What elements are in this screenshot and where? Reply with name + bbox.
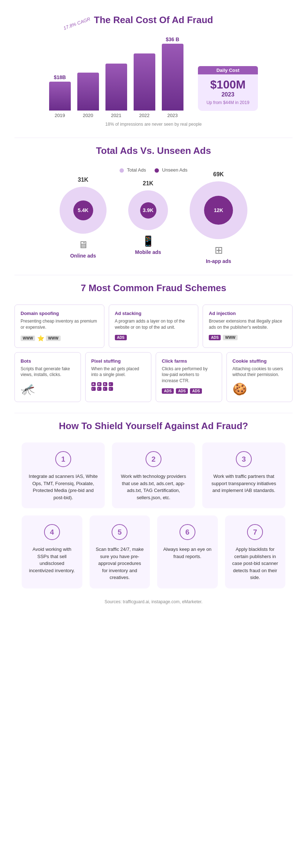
section-shield: How To Shield Yourself Against Ad Fraud?… (0, 413, 307, 626)
daily-cost-header: Daily Cost (198, 66, 258, 74)
inapp-unseen-label: 12K (214, 207, 223, 213)
fraud-grid-top: Domain spoofing Presenting cheap invento… (14, 305, 293, 348)
ads-item-mobile: 21K 3.9K 📱 Mobile ads (128, 190, 168, 255)
ad-injection-icon: ADS WWW (209, 335, 286, 340)
pixel-icon: A D S ▪ ▪ ▪ ▪ ▪ (91, 382, 146, 391)
pixel-stuffing-title: Pixel stuffing (91, 358, 146, 364)
legend-label-total: Total Ads (127, 167, 146, 173)
chart-footer: 18% of impressions are never seen by rea… (22, 122, 285, 127)
online-circle-outer: 5.4K (60, 187, 107, 234)
ad-injection-desc: Browser extensions that illegally place … (209, 318, 286, 331)
bar-2022 (134, 53, 155, 111)
cookie-icon: 🍪 (233, 382, 287, 396)
bar-year-2020: 2020 (83, 113, 93, 118)
bot-icon: 🦟 (21, 382, 75, 396)
fraud-card-ad-stacking: Ad stacking A program adds a layer on to… (109, 305, 199, 348)
bar-year-2023: 2023 (167, 113, 178, 118)
bar-2021 (105, 64, 127, 111)
star-icon: ⭐ (37, 335, 44, 342)
ad-stacking-desc: A program adds a layer on top of the web… (115, 318, 193, 331)
shield-step-2: 2 Work with technology providers that us… (112, 442, 195, 508)
shield-num-6: 6 (180, 524, 195, 540)
ads-item-online: 31K 5.4K 🖥 Online ads (60, 187, 107, 259)
ad-injection-title: Ad injection (209, 311, 286, 316)
bar-year-2019: 2019 (55, 113, 65, 118)
shield-num-2: 2 (146, 451, 161, 467)
domain-spoofing-desc: Presenting cheap inventory as premium or… (21, 318, 98, 331)
ads-badge-farm1: ADS (162, 388, 174, 394)
shield-num-3: 3 (236, 451, 252, 467)
online-icon: 🖥 (78, 239, 88, 251)
ads-badge-farm3: ADS (190, 388, 202, 394)
shield-grid-bottom: 4 Avoid working with SSPs that sell undi… (22, 515, 285, 588)
mobile-unseen-label: 3.9K (143, 207, 154, 213)
legend-unseen-ads: Unseen Ads (155, 167, 187, 173)
bar-2020 (77, 73, 99, 111)
bar-group-2021: 2021 (105, 62, 127, 118)
bar-group-2023: $36 B 2023 (162, 36, 183, 118)
www-badge-2: WWW (46, 336, 60, 341)
fraud-card-domain-spoofing: Domain spoofing Presenting cheap invento… (14, 305, 104, 348)
section2-title: Total Ads Vs. Unseen Ads (22, 145, 285, 156)
shield-step-5: 5 Scan traffic 24/7, make sure you have … (90, 515, 150, 588)
bar-group-2022: 2022 (134, 52, 155, 118)
cookie-stuffing-title: Cookie stuffing (233, 358, 287, 364)
cookie-stuffing-desc: Attaching cookies to users without their… (233, 366, 287, 378)
www-badge-1: WWW (21, 336, 35, 341)
bots-desc: Scripts that generate fake views, instal… (21, 366, 75, 378)
mobile-total-label: 21K (143, 180, 153, 187)
bar-2019 (49, 82, 71, 111)
shield-text-4: Avoid working with SSPs that sell undisc… (27, 546, 77, 574)
www-badge-inject: WWW (223, 335, 237, 340)
fraud-grid-bottom: Bots Scripts that generate fake views, i… (14, 352, 293, 402)
shield-num-7: 7 (247, 524, 263, 540)
shield-text-3: Work with traffic partners that support … (208, 473, 280, 494)
ads-legend: Total Ads Unseen Ads (22, 167, 285, 173)
bar-chart-container: 17.8% CAGR $18B 2019 2020 2021 (22, 36, 285, 118)
online-total-label: 31K (78, 177, 88, 183)
shield-num-5: 5 (112, 524, 127, 540)
shield-step-6: 6 Always keep an eye on fraud reports. (157, 515, 218, 588)
online-circle-container: 31K 5.4K (60, 187, 107, 234)
section-ad-fraud-cost: The Real Cost Of Ad Fraud 17.8% CAGR $18… (0, 0, 307, 138)
bar-group-2020: 2020 (77, 71, 99, 118)
daily-cost-year: 2023 (207, 91, 250, 98)
shield-num-1: 1 (55, 451, 71, 467)
inapp-icon: ⊞ (215, 244, 223, 256)
ad-stacking-icon: ADS (115, 335, 193, 340)
online-unseen-label: 5.4K (78, 207, 88, 213)
bar-year-2022: 2022 (139, 113, 150, 118)
inapp-ads-name: In-app ads (206, 258, 231, 264)
section3-title: 7 Most Common Fraud Schemes (14, 282, 293, 294)
fraud-card-pixel-stuffing: Pixel stuffing When the ad gets placed i… (85, 352, 152, 402)
ads-badge-stack: ADS (115, 335, 127, 340)
shield-text-1: Integrate ad scanners IAS, White Ops, TM… (27, 473, 99, 501)
daily-cost-note: Up from $44M in 2019 (207, 100, 250, 105)
bots-title: Bots (21, 358, 75, 364)
bar-label-2023: $36 B (166, 36, 179, 42)
shield-text-5: Scan traffic 24/7, make sure you have pr… (95, 546, 144, 581)
section-total-ads: Total Ads Vs. Unseen Ads Total Ads Unsee… (0, 138, 307, 275)
section4-title: How To Shield Yourself Against Ad Fraud? (22, 420, 285, 432)
shield-step-7: 7 Apply blacklists for certain publisher… (225, 515, 286, 588)
shield-num-4: 4 (44, 524, 60, 540)
legend-label-unseen: Unseen Ads (162, 167, 187, 173)
section-fraud-schemes: 7 Most Common Fraud Schemes Domain spoof… (0, 275, 307, 413)
inapp-circle-outer: 12K (190, 181, 247, 239)
bar-group-2019: $18B 2019 (49, 74, 71, 118)
ads-item-inapp: 69K 12K ⊞ In-app ads (190, 181, 247, 264)
mobile-circle-outer: 3.9K (128, 190, 168, 230)
shield-step-1: 1 Integrate ad scanners IAS, White Ops, … (22, 442, 105, 508)
ads-badge-farm2: ADS (176, 388, 188, 394)
shield-text-6: Always keep an eye on fraud reports. (163, 546, 212, 560)
mobile-icon: 📱 (142, 235, 155, 247)
pixel-stuffing-desc: When the ad gets placed into a single pi… (91, 366, 146, 378)
fraud-card-bots: Bots Scripts that generate fake views, i… (14, 352, 81, 402)
ads-badge-inject: ADS (209, 335, 221, 340)
legend-dot-unseen (155, 168, 159, 173)
inapp-circle-container: 69K 12K (190, 181, 247, 239)
bar-label-2019: $18B (54, 74, 66, 80)
daily-cost-box: Daily Cost $100M 2023 Up from $44M in 20… (198, 66, 258, 111)
click-farms-icon: ADS ADS ADS (162, 388, 216, 394)
click-farms-title: Click farms (162, 358, 216, 364)
